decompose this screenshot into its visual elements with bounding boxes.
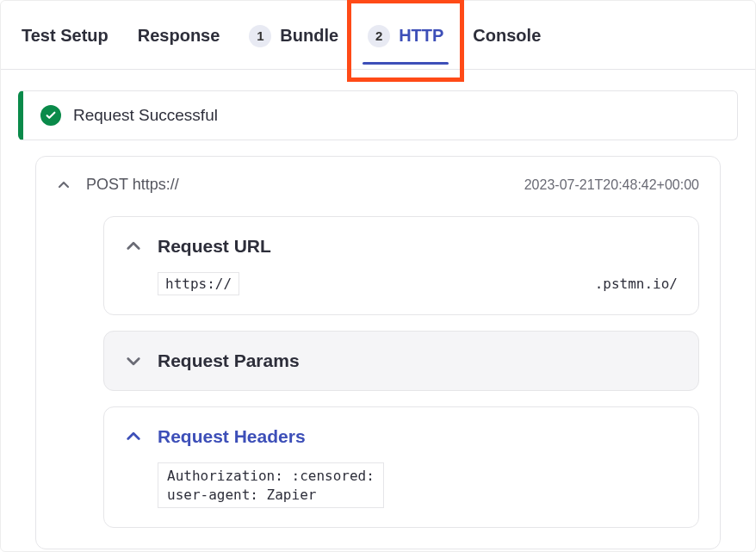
chevron-up-icon <box>57 178 71 192</box>
status-banner: Request Successful <box>18 90 738 140</box>
tab-bar: Test Setup Response 1 Bundle 2 HTTP Cons… <box>1 1 755 70</box>
tab-label: Console <box>473 26 541 46</box>
tab-count-badge: 2 <box>368 25 390 47</box>
request-header-row[interactable]: POST https:// 2023-07-21T20:48:42+00:00 <box>57 176 699 194</box>
success-check-icon <box>40 105 61 126</box>
section-toggle[interactable]: Request URL <box>125 236 678 257</box>
section-request-params: Request Params <box>103 331 699 391</box>
status-message: Request Successful <box>73 106 218 125</box>
tab-label: Test Setup <box>22 26 108 46</box>
url-host-suffix: .pstmn.io/ <box>595 276 678 292</box>
request-summary: POST https:// <box>86 176 509 194</box>
request-card: POST https:// 2023-07-21T20:48:42+00:00 … <box>35 156 721 549</box>
section-title: Request Params <box>158 350 300 371</box>
request-sections: Request URL https:// .pstmn.io/ Request … <box>103 216 699 528</box>
request-timestamp: 2023-07-21T20:48:42+00:00 <box>524 177 699 193</box>
section-request-url: Request URL https:// .pstmn.io/ <box>103 216 699 315</box>
chevron-up-icon <box>125 428 142 445</box>
chevron-up-icon <box>125 238 142 255</box>
tab-label: Response <box>138 26 220 46</box>
chevron-down-icon <box>125 352 142 369</box>
url-scheme: https:// <box>158 272 239 295</box>
section-body: Authorization: :censored: user-agent: Za… <box>158 462 678 508</box>
tab-test-setup[interactable]: Test Setup <box>22 26 108 63</box>
section-toggle[interactable]: Request Params <box>125 350 678 371</box>
tab-label: Bundle <box>280 26 338 46</box>
section-title: Request Headers <box>158 426 306 447</box>
tab-count-badge: 1 <box>249 25 271 47</box>
section-toggle[interactable]: Request Headers <box>125 426 678 447</box>
tab-label: HTTP <box>399 26 443 46</box>
tab-http[interactable]: 2 HTTP <box>368 25 443 65</box>
tab-response[interactable]: Response <box>138 26 220 63</box>
section-title: Request URL <box>158 236 271 257</box>
section-request-headers: Request Headers Authorization: :censored… <box>103 406 699 528</box>
section-body: https:// .pstmn.io/ <box>158 272 678 295</box>
tab-console[interactable]: Console <box>473 26 541 63</box>
tab-bundle[interactable]: 1 Bundle <box>249 25 338 65</box>
request-url-value: https:// .pstmn.io/ <box>158 272 678 295</box>
request-headers-value: Authorization: :censored: user-agent: Za… <box>158 462 384 508</box>
